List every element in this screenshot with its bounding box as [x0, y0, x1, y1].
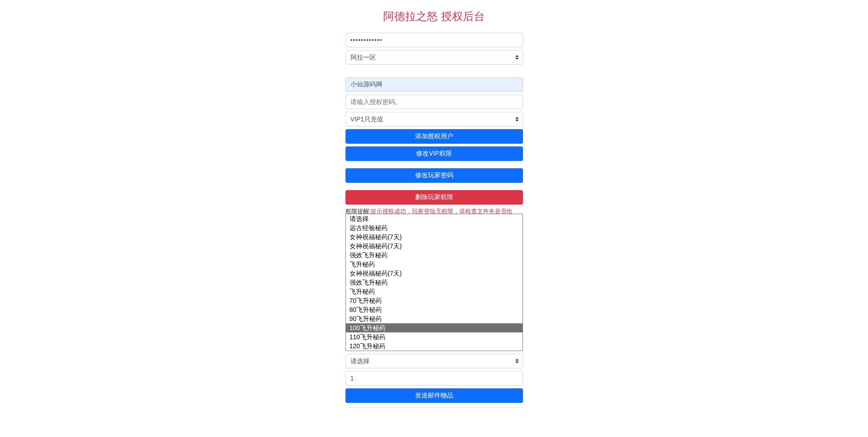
dropdown-option[interactable]: 80飞升秘药 — [346, 305, 523, 314]
region-select[interactable]: 阿拉一区 — [345, 50, 523, 65]
auth-password-input[interactable] — [345, 95, 523, 109]
quantity-input[interactable] — [345, 371, 523, 386]
dropdown-option[interactable]: 女神祝福秘药(7天) — [346, 269, 523, 278]
item-dropdown-list[interactable]: 请选择远古经验秘药女神祝福秘药(7天)女神祝福秘药(7天)强效飞升秘药飞升秘药女… — [345, 214, 523, 351]
main-container: 阿德拉之怒 授权后台 阿拉一区 VIP1只充值 添加授权用户 修改VIP权限 修… — [345, 0, 523, 408]
page-title: 阿德拉之怒 授权后台 — [345, 9, 523, 24]
dropdown-option[interactable]: 120飞升秘药 — [346, 342, 523, 351]
dropdown-option[interactable]: 90飞升秘药 — [346, 314, 523, 323]
dropdown-option[interactable]: 远古经验秘药 — [346, 223, 523, 232]
dropdown-option[interactable]: 100飞升秘药 — [346, 323, 523, 332]
send-mail-item-button[interactable]: 发送邮件物品 — [345, 388, 523, 403]
username-input[interactable] — [345, 77, 523, 92]
mail-item-select[interactable]: 请选择 — [345, 354, 523, 368]
dropdown-option[interactable]: 飞升秘药 — [346, 287, 523, 296]
delete-player-permission-button[interactable]: 删除玩家权限 — [345, 190, 523, 205]
add-auth-user-button[interactable]: 添加授权用户 — [345, 129, 523, 144]
dropdown-option[interactable]: 强效飞升秘药 — [346, 251, 523, 260]
modify-vip-button[interactable]: 修改VIP权限 — [345, 146, 523, 161]
admin-password-input[interactable] — [345, 33, 523, 47]
dropdown-option[interactable]: 强效飞升秘药 — [346, 278, 523, 287]
dropdown-option[interactable]: 70飞升秘药 — [346, 296, 523, 305]
dropdown-option[interactable]: 女神祝福秘药(7天) — [346, 232, 523, 241]
modify-player-password-button[interactable]: 修改玩家密码 — [345, 168, 523, 183]
dropdown-option[interactable]: 110飞升秘药 — [346, 332, 523, 342]
dropdown-option[interactable]: 请选择 — [346, 214, 523, 223]
separator — [345, 407, 523, 408]
vip-level-select[interactable]: VIP1只充值 — [345, 112, 523, 126]
dropdown-option[interactable]: 女神祝福秘药(7天) — [346, 241, 523, 251]
dropdown-option[interactable]: 飞升秘药 — [346, 260, 523, 269]
